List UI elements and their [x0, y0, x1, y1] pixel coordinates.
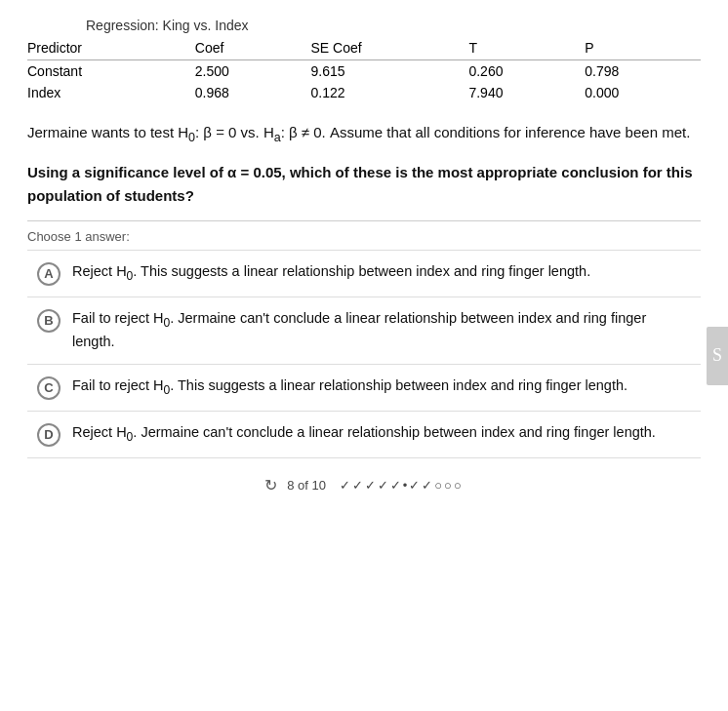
reg-data-cell: Index [27, 82, 195, 103]
answer-item-d[interactable]: DReject H0. Jermaine can't conclude a li… [27, 412, 701, 458]
answer-circle-d: D [37, 423, 61, 447]
answer-item-a[interactable]: AReject H0. This suggests a linear relat… [27, 250, 701, 297]
reg-data-cell: 9.615 [311, 60, 469, 83]
back-nav-icon[interactable]: ↻ [264, 476, 277, 494]
reg-header-cell: SE Coef [311, 37, 469, 60]
reg-header-cell: P [585, 37, 701, 60]
answer-circle-a: A [37, 262, 61, 286]
answer-circle-b: B [37, 309, 61, 333]
reg-data-cell: 7.940 [468, 82, 585, 103]
footer-bar: ↻ 8 of 10 ✓✓✓✓✓•✓✓○○○ [27, 464, 701, 498]
regression-title: Regression: King vs. Index [86, 18, 701, 33]
reg-data-cell: Constant [27, 60, 195, 83]
question1-text: Jermaine wants to test H0: β = 0 vs. Ha:… [27, 121, 701, 147]
choose-label: Choose 1 answer: [27, 220, 701, 244]
regression-table: PredictorCoefSE CoefTPConstant2.5009.615… [27, 37, 701, 103]
reg-data-cell: 0.260 [468, 60, 585, 83]
reg-data-cell: 0.798 [585, 60, 701, 83]
answer-text-d: Reject H0. Jermaine can't conclude a lin… [72, 422, 691, 446]
reg-header-cell: Predictor [27, 37, 195, 60]
answer-item-b[interactable]: BFail to reject H0. Jermaine can't concl… [27, 297, 701, 365]
footer-progress: 8 of 10 ✓✓✓✓✓•✓✓○○○ [287, 478, 464, 493]
question2-text: Using a significance level of α = 0.05, … [27, 161, 701, 207]
answer-text-b: Fail to reject H0. Jermaine can't conclu… [72, 308, 691, 353]
page-indicator: 8 of 10 [287, 478, 326, 493]
main-card: Regression: King vs. Index PredictorCoef… [0, 0, 728, 711]
answer-item-c[interactable]: CFail to reject H0. This suggests a line… [27, 365, 701, 412]
answer-circle-c: C [37, 376, 61, 400]
reg-header-cell: Coef [195, 37, 311, 60]
answer-text-c: Fail to reject H0. This suggests a linea… [72, 375, 691, 399]
progress-dots: ✓✓✓✓✓•✓✓○○○ [340, 478, 464, 493]
side-button[interactable]: S [707, 327, 728, 385]
reg-data-cell: 0.122 [311, 82, 469, 103]
reg-data-cell: 2.500 [195, 60, 311, 83]
answer-text-a: Reject H0. This suggests a linear relati… [72, 261, 691, 285]
reg-header-cell: T [468, 37, 585, 60]
reg-data-cell: 0.000 [585, 82, 701, 103]
reg-data-cell: 0.968 [195, 82, 311, 103]
answers-list: AReject H0. This suggests a linear relat… [27, 250, 701, 458]
